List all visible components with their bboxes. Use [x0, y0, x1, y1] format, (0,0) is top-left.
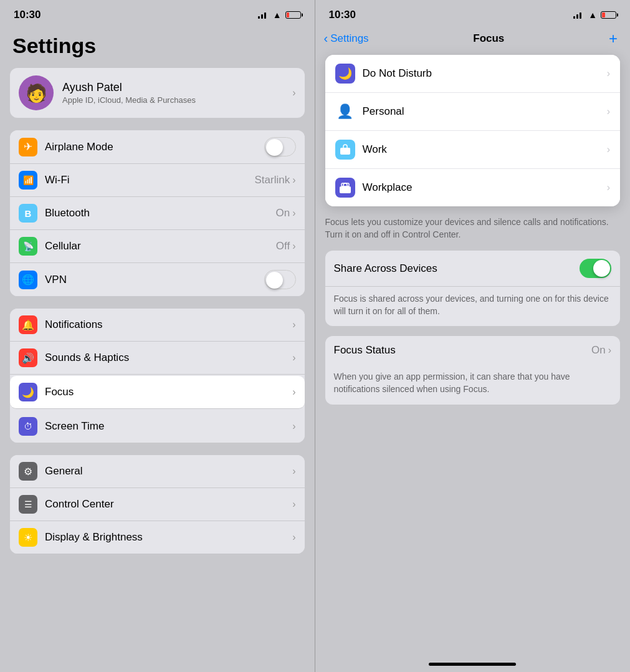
work-icon [335, 140, 355, 160]
dnd-chevron: › [607, 68, 610, 79]
back-button[interactable]: ‹ Settings [324, 32, 369, 46]
add-focus-button[interactable]: + [609, 30, 618, 47]
sounds-row[interactable]: 🔊 Sounds & Haptics › [10, 342, 305, 375]
screentime-chevron: › [292, 421, 295, 432]
sounds-icon: 🔊 [19, 348, 37, 367]
work-item[interactable]: Work › [325, 131, 621, 169]
cellular-icon: 📡 [19, 237, 37, 256]
cellular-chevron: › [292, 241, 295, 252]
general-group: ⚙ General › ☰ Control Center › ☀ Display… [10, 455, 305, 554]
focus-status-value: On [591, 344, 606, 357]
focus-status-row[interactable]: Focus Status On › [325, 336, 621, 365]
workplace-item[interactable]: Workplace › [325, 169, 621, 206]
focus-status-sub: When you give an app permission, it can … [325, 365, 621, 404]
share-devices-sub: Focus is shared across your devices, and… [325, 287, 621, 326]
share-devices-toggle[interactable] [580, 259, 611, 278]
bluetooth-value: On [275, 207, 290, 219]
dnd-icon: 🌙 [335, 64, 355, 84]
workplace-chevron: › [607, 182, 610, 193]
general-chevron: › [292, 466, 295, 477]
airplane-icon: ✈ [19, 138, 37, 156]
avatar: 🧑 [19, 75, 54, 110]
dnd-item[interactable]: 🌙 Do Not Disturb › [325, 55, 621, 93]
cellular-row[interactable]: 📡 Cellular Off › [10, 230, 305, 263]
right-nav: ‹ Settings Focus + [315, 27, 631, 55]
personal-icon: 👤 [335, 102, 355, 122]
screentime-icon: ⏱ [19, 417, 37, 436]
left-status-icons: ▲ [258, 10, 301, 20]
personal-chevron: › [607, 106, 610, 117]
dnd-label: Do Not Disturb [363, 67, 607, 80]
controlcenter-row[interactable]: ☰ Control Center › [10, 488, 305, 521]
vpn-toggle[interactable] [264, 270, 296, 289]
bluetooth-row[interactable]: B Bluetooth On › [10, 197, 305, 230]
share-devices-row[interactable]: Share Across Devices [325, 251, 621, 287]
controlcenter-label: Control Center [45, 498, 292, 511]
controlcenter-icon: ☰ [19, 495, 37, 514]
focus-description: Focus lets you customize your devices an… [325, 216, 621, 241]
workplace-label: Workplace [363, 181, 607, 194]
share-devices-label: Share Across Devices [334, 262, 580, 275]
airplane-toggle[interactable] [264, 137, 296, 156]
personal-item[interactable]: 👤 Personal › [325, 93, 621, 131]
general-row[interactable]: ⚙ General › [10, 455, 305, 488]
display-row[interactable]: ☀ Display & Brightness › [10, 521, 305, 554]
controlcenter-chevron: › [292, 499, 295, 510]
wifi-settings-icon: 📶 [19, 171, 37, 190]
right-battery-icon [601, 11, 616, 19]
wifi-row[interactable]: 📶 Wi-Fi Starlink › [10, 164, 305, 197]
general-label: General [45, 465, 292, 478]
right-time: 10:30 [329, 9, 356, 21]
home-indicator [429, 663, 516, 666]
display-chevron: › [292, 532, 295, 543]
display-icon: ☀ [19, 528, 37, 547]
focus-status-label: Focus Status [334, 344, 591, 357]
wifi-chevron: › [292, 175, 295, 186]
display-label: Display & Brightness [45, 531, 292, 544]
svg-rect-0 [340, 148, 350, 155]
share-devices-card: Share Across Devices Focus is shared acr… [325, 251, 621, 326]
right-below-content: Focus lets you customize your devices an… [315, 206, 631, 405]
notifications-row[interactable]: 🔔 Notifications › [10, 309, 305, 342]
left-time: 10:30 [14, 9, 41, 21]
signal-icon [258, 11, 269, 19]
focus-popup: 🌙 Do Not Disturb › 👤 Personal › Work › [325, 55, 621, 206]
sounds-label: Sounds & Haptics [45, 352, 292, 364]
svg-rect-1 [340, 186, 351, 193]
sounds-chevron: › [292, 352, 295, 363]
bluetooth-chevron: › [292, 208, 295, 219]
wifi-icon: ▲ [273, 10, 282, 20]
screentime-row[interactable]: ⏱ Screen Time › [10, 410, 305, 443]
focus-chevron: › [292, 386, 295, 398]
settings-title: Settings [0, 34, 315, 68]
battery-icon [285, 11, 301, 19]
left-status-bar: 10:30 ▲ [0, 0, 315, 27]
right-wifi-icon: ▲ [588, 10, 597, 20]
left-content: Settings 🧑 Ayush Patel Apple ID, iCloud,… [0, 27, 315, 566]
left-panel: 10:30 ▲ Settings 🧑 Ayush Patel Apple ID,… [0, 0, 315, 672]
right-signal-icon [573, 11, 585, 19]
page-title: Focus [473, 32, 504, 45]
connectivity-group: ✈ Airplane Mode 📶 Wi-Fi Starlink › B Blu… [10, 130, 305, 296]
focus-row[interactable]: 🌙 Focus › [10, 376, 305, 409]
vpn-icon: 🌐 [19, 271, 37, 289]
work-chevron: › [607, 144, 610, 155]
profile-info: Ayush Patel Apple ID, iCloud, Media & Pu… [62, 81, 292, 105]
bluetooth-label: Bluetooth [45, 207, 275, 219]
profile-name: Ayush Patel [62, 81, 292, 94]
back-chevron-icon: ‹ [324, 31, 328, 46]
svg-rect-2 [341, 183, 349, 186]
focus-label: Focus [45, 386, 292, 398]
focus-icon: 🌙 [19, 383, 37, 401]
wifi-value: Starlink [254, 174, 290, 186]
right-status-icons: ▲ [573, 10, 616, 20]
notifications-chevron: › [292, 319, 295, 330]
airplane-row[interactable]: ✈ Airplane Mode [10, 130, 305, 164]
vpn-row[interactable]: 🌐 VPN [10, 263, 305, 296]
personal-label: Personal [363, 105, 607, 118]
bluetooth-icon: B [19, 204, 37, 223]
focus-status-chevron: › [608, 345, 611, 356]
profile-row[interactable]: 🧑 Ayush Patel Apple ID, iCloud, Media & … [10, 68, 305, 118]
notifications-group: 🔔 Notifications › 🔊 Sounds & Haptics › 🌙… [10, 309, 305, 443]
cellular-value: Off [276, 240, 290, 252]
